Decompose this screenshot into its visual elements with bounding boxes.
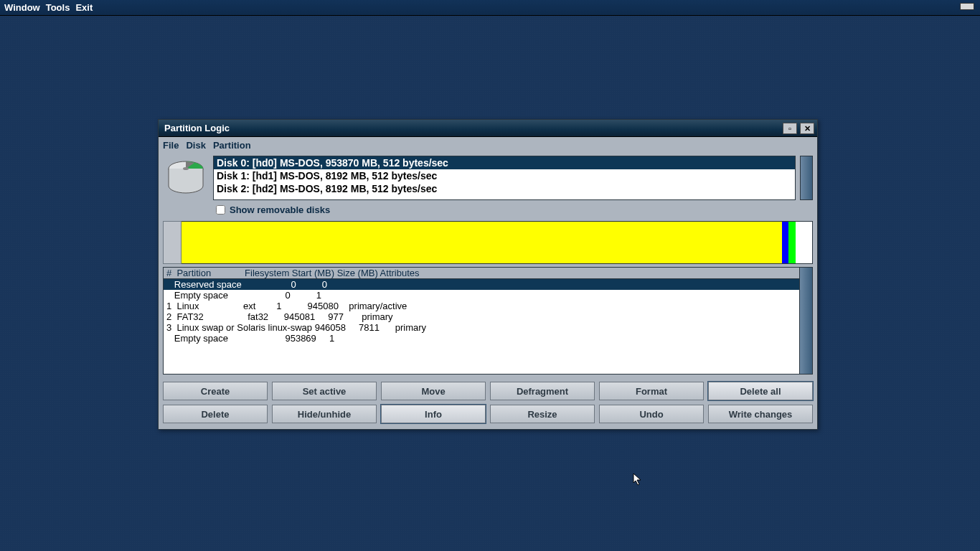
partition-logic-window: Partition Logic ▫ ✕ File Disk Partition … xyxy=(158,119,818,430)
table-row[interactable]: 2 FAT32 fat32 945081 977 primary xyxy=(164,311,799,322)
table-row[interactable]: Empty space 0 1 xyxy=(164,290,799,301)
mouse-cursor-icon xyxy=(633,474,643,486)
tray-indicator xyxy=(960,3,974,10)
delete-all-button[interactable]: Delete all xyxy=(708,382,813,400)
info-button[interactable]: Info xyxy=(381,405,486,423)
menu-window[interactable]: Window xyxy=(4,2,40,13)
menu-file[interactable]: File xyxy=(163,140,179,151)
table-row[interactable]: 1 Linux ext 1 945080 primary/active xyxy=(164,301,799,311)
disk-icon xyxy=(163,156,209,199)
defragment-button[interactable]: Defragment xyxy=(490,382,595,400)
write-changes-button[interactable]: Write changes xyxy=(708,405,813,423)
hide-unhide-button[interactable]: Hide/unhide xyxy=(272,405,377,423)
undo-button[interactable]: Undo xyxy=(599,405,704,423)
desktop-menubar: Window Tools Exit xyxy=(0,0,980,16)
svg-point-1 xyxy=(183,167,189,170)
table-row[interactable]: Empty space 953869 1 xyxy=(164,333,799,344)
show-removable-checkbox[interactable] xyxy=(216,205,225,215)
delete-button[interactable]: Delete xyxy=(163,405,268,423)
disk-list[interactable]: Disk 0: [hd0] MS-DOS, 953870 MB, 512 byt… xyxy=(213,156,796,200)
disk-row[interactable]: Disk 0: [hd0] MS-DOS, 953870 MB, 512 byt… xyxy=(214,156,795,169)
menu-exit[interactable]: Exit xyxy=(75,2,93,13)
disk-list-scrollbar[interactable] xyxy=(800,156,813,200)
minimize-button[interactable]: ▫ xyxy=(783,123,797,134)
format-button[interactable]: Format xyxy=(599,382,704,400)
disk-row[interactable]: Disk 1: [hd1] MS-DOS, 8192 MB, 512 bytes… xyxy=(214,169,795,182)
show-removable-label: Show removable disks xyxy=(230,204,330,215)
move-button[interactable]: Move xyxy=(381,382,486,400)
partition-visualization[interactable] xyxy=(163,221,813,264)
titlebar[interactable]: Partition Logic ▫ ✕ xyxy=(159,120,817,137)
table-scrollbar[interactable] xyxy=(800,267,813,375)
table-row[interactable]: Reserved space 0 0 xyxy=(164,279,799,290)
close-button[interactable]: ✕ xyxy=(800,123,814,134)
viz-segment-empty[interactable] xyxy=(796,222,812,263)
partition-table[interactable]: # Partition Filesystem Start (MB) Size (… xyxy=(163,267,800,375)
table-header: # Partition Filesystem Start (MB) Size (… xyxy=(164,268,799,279)
viz-segment-fat32[interactable] xyxy=(782,222,789,263)
create-button[interactable]: Create xyxy=(163,382,268,400)
menu-tools[interactable]: Tools xyxy=(46,2,70,13)
viz-leading-gap xyxy=(163,221,182,264)
set-active-button[interactable]: Set active xyxy=(272,382,377,400)
menu-partition[interactable]: Partition xyxy=(213,140,251,151)
disk-row[interactable]: Disk 2: [hd2] MS-DOS, 8192 MB, 512 bytes… xyxy=(214,182,795,195)
menu-disk[interactable]: Disk xyxy=(186,140,205,151)
app-menubar: File Disk Partition xyxy=(159,137,817,153)
window-title: Partition Logic xyxy=(161,123,230,133)
resize-button[interactable]: Resize xyxy=(490,405,595,423)
table-row[interactable]: 3 Linux swap or Solaris linux-swap 94605… xyxy=(164,322,799,333)
viz-segment-linux[interactable] xyxy=(182,222,782,263)
viz-segment-swap[interactable] xyxy=(788,222,796,263)
